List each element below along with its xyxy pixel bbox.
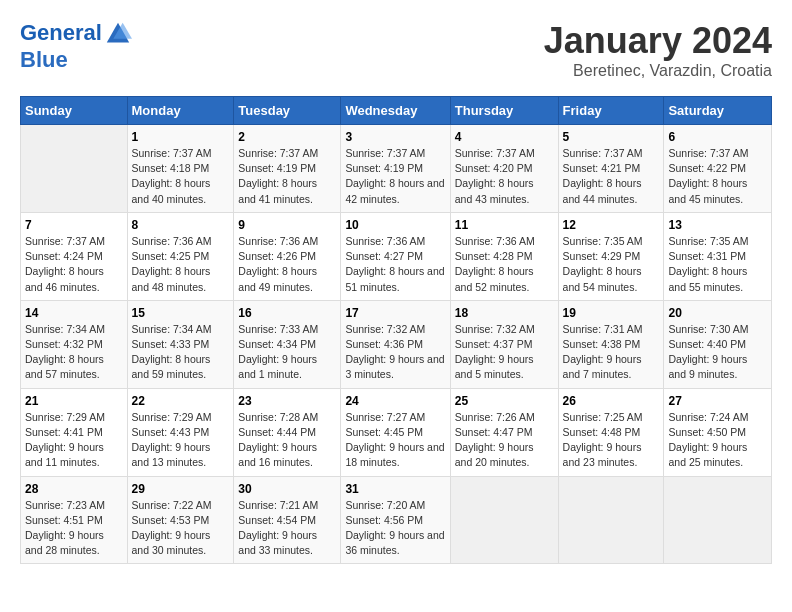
calendar-day-cell: 31Sunrise: 7:20 AM Sunset: 4:56 PM Dayli…	[341, 476, 450, 564]
calendar-day-cell: 16Sunrise: 7:33 AM Sunset: 4:34 PM Dayli…	[234, 300, 341, 388]
calendar-day-cell: 8Sunrise: 7:36 AM Sunset: 4:25 PM Daylig…	[127, 212, 234, 300]
calendar-day-cell: 18Sunrise: 7:32 AM Sunset: 4:37 PM Dayli…	[450, 300, 558, 388]
calendar-week-row: 28Sunrise: 7:23 AM Sunset: 4:51 PM Dayli…	[21, 476, 772, 564]
day-number: 25	[455, 394, 554, 408]
day-number: 28	[25, 482, 123, 496]
calendar-day-cell: 3Sunrise: 7:37 AM Sunset: 4:19 PM Daylig…	[341, 125, 450, 213]
day-info: Sunrise: 7:29 AM Sunset: 4:43 PM Dayligh…	[132, 410, 230, 471]
calendar-day-cell: 9Sunrise: 7:36 AM Sunset: 4:26 PM Daylig…	[234, 212, 341, 300]
day-number: 24	[345, 394, 445, 408]
calendar-week-row: 1Sunrise: 7:37 AM Sunset: 4:18 PM Daylig…	[21, 125, 772, 213]
calendar-day-cell: 4Sunrise: 7:37 AM Sunset: 4:20 PM Daylig…	[450, 125, 558, 213]
day-info: Sunrise: 7:31 AM Sunset: 4:38 PM Dayligh…	[563, 322, 660, 383]
calendar-day-cell	[21, 125, 128, 213]
calendar-title: January 2024	[544, 20, 772, 62]
day-number: 31	[345, 482, 445, 496]
calendar-day-cell: 20Sunrise: 7:30 AM Sunset: 4:40 PM Dayli…	[664, 300, 772, 388]
calendar-day-cell: 21Sunrise: 7:29 AM Sunset: 4:41 PM Dayli…	[21, 388, 128, 476]
weekday-header-row: SundayMondayTuesdayWednesdayThursdayFrid…	[21, 97, 772, 125]
day-info: Sunrise: 7:36 AM Sunset: 4:27 PM Dayligh…	[345, 234, 445, 295]
day-number: 22	[132, 394, 230, 408]
calendar-day-cell: 30Sunrise: 7:21 AM Sunset: 4:54 PM Dayli…	[234, 476, 341, 564]
day-info: Sunrise: 7:32 AM Sunset: 4:36 PM Dayligh…	[345, 322, 445, 383]
calendar-day-cell	[558, 476, 664, 564]
day-number: 11	[455, 218, 554, 232]
calendar-week-row: 21Sunrise: 7:29 AM Sunset: 4:41 PM Dayli…	[21, 388, 772, 476]
day-number: 14	[25, 306, 123, 320]
day-info: Sunrise: 7:35 AM Sunset: 4:29 PM Dayligh…	[563, 234, 660, 295]
calendar-body: 1Sunrise: 7:37 AM Sunset: 4:18 PM Daylig…	[21, 125, 772, 564]
calendar-day-cell: 6Sunrise: 7:37 AM Sunset: 4:22 PM Daylig…	[664, 125, 772, 213]
day-info: Sunrise: 7:36 AM Sunset: 4:26 PM Dayligh…	[238, 234, 336, 295]
day-number: 12	[563, 218, 660, 232]
day-number: 4	[455, 130, 554, 144]
calendar-day-cell: 26Sunrise: 7:25 AM Sunset: 4:48 PM Dayli…	[558, 388, 664, 476]
day-info: Sunrise: 7:22 AM Sunset: 4:53 PM Dayligh…	[132, 498, 230, 559]
day-number: 8	[132, 218, 230, 232]
day-number: 10	[345, 218, 445, 232]
day-number: 15	[132, 306, 230, 320]
day-info: Sunrise: 7:37 AM Sunset: 4:24 PM Dayligh…	[25, 234, 123, 295]
calendar-day-cell: 13Sunrise: 7:35 AM Sunset: 4:31 PM Dayli…	[664, 212, 772, 300]
day-number: 1	[132, 130, 230, 144]
day-info: Sunrise: 7:27 AM Sunset: 4:45 PM Dayligh…	[345, 410, 445, 471]
calendar-day-cell: 25Sunrise: 7:26 AM Sunset: 4:47 PM Dayli…	[450, 388, 558, 476]
day-number: 13	[668, 218, 767, 232]
day-number: 26	[563, 394, 660, 408]
day-number: 21	[25, 394, 123, 408]
weekday-header-cell: Thursday	[450, 97, 558, 125]
day-info: Sunrise: 7:37 AM Sunset: 4:21 PM Dayligh…	[563, 146, 660, 207]
calendar-day-cell: 28Sunrise: 7:23 AM Sunset: 4:51 PM Dayli…	[21, 476, 128, 564]
day-info: Sunrise: 7:36 AM Sunset: 4:28 PM Dayligh…	[455, 234, 554, 295]
calendar-day-cell: 24Sunrise: 7:27 AM Sunset: 4:45 PM Dayli…	[341, 388, 450, 476]
weekday-header-cell: Friday	[558, 97, 664, 125]
day-info: Sunrise: 7:26 AM Sunset: 4:47 PM Dayligh…	[455, 410, 554, 471]
day-info: Sunrise: 7:25 AM Sunset: 4:48 PM Dayligh…	[563, 410, 660, 471]
day-info: Sunrise: 7:37 AM Sunset: 4:22 PM Dayligh…	[668, 146, 767, 207]
calendar-day-cell: 5Sunrise: 7:37 AM Sunset: 4:21 PM Daylig…	[558, 125, 664, 213]
day-info: Sunrise: 7:34 AM Sunset: 4:32 PM Dayligh…	[25, 322, 123, 383]
day-number: 27	[668, 394, 767, 408]
calendar-day-cell	[450, 476, 558, 564]
calendar-table: SundayMondayTuesdayWednesdayThursdayFrid…	[20, 96, 772, 564]
day-info: Sunrise: 7:35 AM Sunset: 4:31 PM Dayligh…	[668, 234, 767, 295]
day-info: Sunrise: 7:34 AM Sunset: 4:33 PM Dayligh…	[132, 322, 230, 383]
day-info: Sunrise: 7:33 AM Sunset: 4:34 PM Dayligh…	[238, 322, 336, 383]
day-info: Sunrise: 7:37 AM Sunset: 4:20 PM Dayligh…	[455, 146, 554, 207]
day-number: 3	[345, 130, 445, 144]
calendar-day-cell: 29Sunrise: 7:22 AM Sunset: 4:53 PM Dayli…	[127, 476, 234, 564]
day-number: 6	[668, 130, 767, 144]
calendar-subtitle: Beretinec, Varazdin, Croatia	[544, 62, 772, 80]
day-info: Sunrise: 7:36 AM Sunset: 4:25 PM Dayligh…	[132, 234, 230, 295]
day-number: 5	[563, 130, 660, 144]
calendar-week-row: 14Sunrise: 7:34 AM Sunset: 4:32 PM Dayli…	[21, 300, 772, 388]
day-info: Sunrise: 7:30 AM Sunset: 4:40 PM Dayligh…	[668, 322, 767, 383]
weekday-header-cell: Monday	[127, 97, 234, 125]
day-number: 9	[238, 218, 336, 232]
calendar-week-row: 7Sunrise: 7:37 AM Sunset: 4:24 PM Daylig…	[21, 212, 772, 300]
weekday-header-cell: Wednesday	[341, 97, 450, 125]
calendar-day-cell: 11Sunrise: 7:36 AM Sunset: 4:28 PM Dayli…	[450, 212, 558, 300]
calendar-day-cell: 14Sunrise: 7:34 AM Sunset: 4:32 PM Dayli…	[21, 300, 128, 388]
calendar-day-cell: 7Sunrise: 7:37 AM Sunset: 4:24 PM Daylig…	[21, 212, 128, 300]
weekday-header-cell: Sunday	[21, 97, 128, 125]
calendar-day-cell: 17Sunrise: 7:32 AM Sunset: 4:36 PM Dayli…	[341, 300, 450, 388]
header: General Blue January 2024 Beretinec, Var…	[20, 20, 772, 80]
day-info: Sunrise: 7:32 AM Sunset: 4:37 PM Dayligh…	[455, 322, 554, 383]
day-info: Sunrise: 7:37 AM Sunset: 4:19 PM Dayligh…	[345, 146, 445, 207]
day-number: 17	[345, 306, 445, 320]
calendar-day-cell: 19Sunrise: 7:31 AM Sunset: 4:38 PM Dayli…	[558, 300, 664, 388]
calendar-day-cell: 2Sunrise: 7:37 AM Sunset: 4:19 PM Daylig…	[234, 125, 341, 213]
calendar-day-cell: 22Sunrise: 7:29 AM Sunset: 4:43 PM Dayli…	[127, 388, 234, 476]
calendar-day-cell: 23Sunrise: 7:28 AM Sunset: 4:44 PM Dayli…	[234, 388, 341, 476]
day-number: 18	[455, 306, 554, 320]
day-number: 29	[132, 482, 230, 496]
day-info: Sunrise: 7:37 AM Sunset: 4:18 PM Dayligh…	[132, 146, 230, 207]
day-info: Sunrise: 7:28 AM Sunset: 4:44 PM Dayligh…	[238, 410, 336, 471]
calendar-day-cell: 15Sunrise: 7:34 AM Sunset: 4:33 PM Dayli…	[127, 300, 234, 388]
day-number: 23	[238, 394, 336, 408]
weekday-header-cell: Saturday	[664, 97, 772, 125]
day-info: Sunrise: 7:37 AM Sunset: 4:19 PM Dayligh…	[238, 146, 336, 207]
day-number: 20	[668, 306, 767, 320]
day-info: Sunrise: 7:23 AM Sunset: 4:51 PM Dayligh…	[25, 498, 123, 559]
